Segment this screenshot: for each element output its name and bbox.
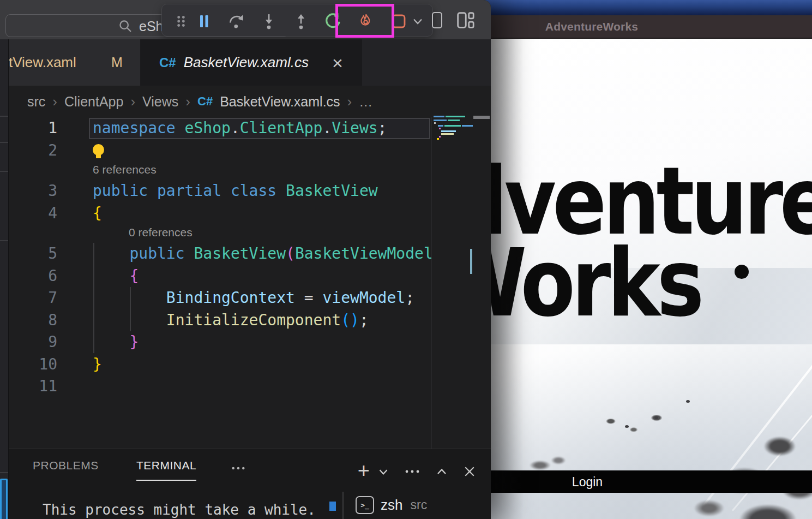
skier-dot	[686, 400, 690, 403]
stop-dropdown-chevron-icon[interactable]	[408, 12, 427, 31]
minimap-line	[434, 120, 460, 121]
code-text: namespace eShop.ClientApp.Views;	[0, 117, 432, 140]
close-tab-icon[interactable]: ×	[332, 53, 343, 72]
minimap-line	[438, 125, 473, 127]
desktop-wallpaper	[466, 0, 812, 16]
code-line[interactable]: 8 InitializeComponent();	[0, 309, 432, 332]
divider	[0, 116, 8, 117]
minimap-border	[431, 117, 432, 449]
breadcrumb-symbol-more[interactable]: …	[359, 94, 372, 110]
adventureworks-window: Adventure Works Login AdventureWorks	[474, 15, 812, 519]
tab-label: BasketView.xaml.cs	[184, 54, 309, 71]
code-line[interactable]: 3public partial class BasketView	[0, 180, 432, 202]
minimap-line	[437, 138, 439, 140]
tab-basketview-xaml[interactable]: tView.xaml M	[0, 39, 141, 86]
step-out-icon[interactable]	[292, 12, 310, 31]
terminal-list-divider	[342, 492, 344, 519]
editor-tabbar: tView.xaml M C# BasketView.xaml.cs ×	[0, 39, 491, 86]
new-terminal-icon[interactable]: +	[358, 460, 370, 481]
skier-dot	[654, 416, 658, 419]
tab-basketview-xaml-cs[interactable]: C# BasketView.xaml.cs ×	[141, 39, 362, 86]
terminal-cursor	[329, 502, 336, 511]
focused-item-edge	[0, 479, 8, 519]
code-text: InitializeComponent();	[0, 309, 432, 332]
panel-tabs-more-icon[interactable]	[231, 466, 245, 471]
minimap-line	[441, 133, 454, 135]
csharp-file-icon: C#	[197, 94, 213, 109]
editor-scrollbar[interactable]	[473, 116, 490, 119]
vscode-window: eSh	[0, 0, 491, 519]
code-text: BindingContext = viewModel;	[0, 287, 432, 309]
panel-actions: +	[358, 462, 476, 481]
code-line[interactable]: 5 public BasketView(BasketViewModel	[0, 243, 432, 265]
code-line[interactable]: 6 {	[0, 265, 432, 288]
code-text: public partial class BasketView	[0, 180, 432, 202]
code-editor[interactable]: 1namespace eShop.ClientApp.Views;26 refe…	[0, 117, 491, 449]
breadcrumb-views[interactable]: Views	[142, 94, 178, 110]
tab-label: tView.xaml	[9, 54, 76, 71]
code-text: public BasketView(BasketViewModel	[0, 243, 432, 265]
code-line[interactable]: 9 }	[0, 331, 432, 354]
stop-icon[interactable]	[389, 12, 408, 31]
pause-icon[interactable]	[195, 12, 213, 31]
code-line[interactable]: 7 BindingContext = viewModel;	[0, 287, 432, 309]
breadcrumb-src[interactable]: src	[27, 94, 45, 110]
divider	[0, 472, 8, 473]
code-text: {	[0, 265, 432, 288]
breadcrumb-clientapp[interactable]: ClientApp	[64, 94, 123, 110]
tab-problems[interactable]: PROBLEMS	[33, 459, 99, 480]
maximize-panel-icon[interactable]	[436, 468, 447, 475]
breadcrumb: src › ClientApp › Views › C# BasketView.…	[0, 86, 491, 117]
tab-terminal[interactable]: TERMINAL	[136, 459, 196, 481]
indent-guide	[130, 287, 131, 331]
codelens-row[interactable]: 0 references	[0, 224, 432, 243]
screenshot-stage: Adventure Works Login AdventureWorks eSh	[0, 0, 812, 519]
shell-cwd: src	[410, 498, 427, 512]
divider	[0, 240, 8, 241]
minimap-line	[439, 128, 441, 129]
close-panel-icon[interactable]	[464, 466, 476, 478]
terminal-shell-icon: >_	[356, 496, 374, 514]
login-button[interactable]: Login	[474, 470, 812, 493]
login-button-label: Login	[572, 474, 603, 489]
adventureworks-title: AdventureWorks	[545, 20, 638, 33]
codelens-row[interactable]: 6 references	[0, 162, 432, 180]
secondary-sidebar-icon[interactable]	[432, 12, 442, 28]
skier-dot	[625, 425, 629, 428]
overview-ruler-marker	[470, 249, 472, 274]
code-line[interactable]: 4{	[0, 202, 432, 225]
adventureworks-titlebar: AdventureWorks	[474, 15, 812, 39]
breadcrumb-separator: ›	[347, 93, 352, 110]
clipped-side-panel-edge	[0, 39, 9, 519]
mountain-rocks	[596, 408, 672, 442]
minimap-line	[434, 122, 436, 124]
code-line[interactable]: 10}	[0, 354, 432, 376]
restart-icon[interactable]	[323, 12, 342, 31]
divider	[0, 142, 8, 143]
step-into-icon[interactable]	[260, 12, 278, 31]
code-line[interactable]: 1namespace eShop.ClientApp.Views;	[0, 117, 432, 140]
lightbulb-icon[interactable]	[93, 144, 104, 156]
customize-layout-icon[interactable]	[456, 11, 474, 29]
breadcrumb-separator: ›	[52, 93, 57, 110]
hot-reload-flame-icon[interactable]	[357, 12, 375, 31]
code-text: {	[0, 202, 432, 225]
logo-dot	[735, 265, 749, 279]
breadcrumb-file[interactable]: BasketView.xaml.cs	[220, 94, 340, 110]
debug-toolbar	[161, 4, 433, 37]
breadcrumb-separator: ›	[185, 93, 190, 110]
toolbar-drag-grip-icon[interactable]	[172, 12, 190, 31]
code-line[interactable]: 2	[0, 140, 432, 162]
search-query-text: eSh	[139, 19, 163, 34]
code-rows: 1namespace eShop.ClientApp.Views;26 refe…	[0, 117, 432, 398]
terminal-dropdown-chevron-icon[interactable]	[378, 468, 388, 475]
search-icon	[118, 19, 133, 34]
code-text: }	[0, 354, 432, 376]
breadcrumb-separator: ›	[130, 93, 135, 110]
step-over-icon[interactable]	[227, 12, 246, 31]
panel-more-actions-icon[interactable]	[405, 469, 420, 474]
terminal-list-item-zsh[interactable]: >_ zsh src	[356, 496, 427, 514]
code-line[interactable]: 11	[0, 375, 432, 398]
shell-name: zsh	[381, 497, 402, 514]
csharp-file-icon: C#	[159, 55, 176, 70]
